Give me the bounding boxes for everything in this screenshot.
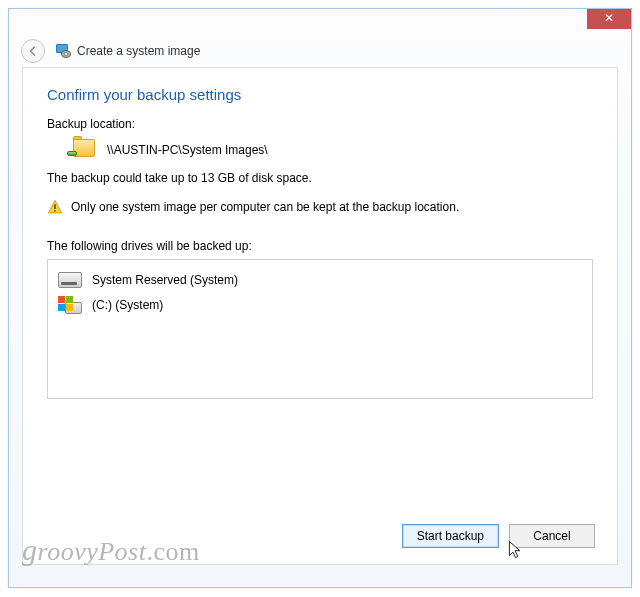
wizard-shield-icon (55, 43, 71, 59)
start-backup-button[interactable]: Start backup (402, 524, 499, 548)
svg-rect-0 (54, 204, 55, 209)
button-row: Start backup Cancel (402, 524, 595, 548)
warning-text: Only one system image per computer can b… (71, 200, 459, 214)
disk-space-note: The backup could take up to 13 GB of dis… (47, 171, 593, 185)
hard-drive-icon (58, 272, 82, 288)
backup-location-label: Backup location: (47, 117, 593, 131)
backup-location-row: \\AUSTIN-PC\System Images\ (47, 137, 593, 171)
drives-list: System Reserved (System) (C:) (System) (47, 259, 593, 399)
backup-location-path: \\AUSTIN-PC\System Images\ (107, 143, 268, 157)
drive-label: System Reserved (System) (92, 273, 238, 287)
back-arrow-icon (27, 45, 39, 57)
back-button[interactable] (21, 39, 45, 63)
network-folder-icon (67, 139, 97, 161)
drive-row: (C:) (System) (58, 292, 582, 318)
window-title: Create a system image (77, 44, 200, 58)
svg-rect-1 (54, 210, 55, 211)
drive-row: System Reserved (System) (58, 268, 582, 292)
header-row: Create a system image (9, 35, 631, 71)
warning-icon (47, 199, 63, 215)
page-heading: Confirm your backup settings (47, 86, 593, 103)
drives-heading: The following drives will be backed up: (47, 239, 593, 253)
windows-drive-icon (58, 296, 82, 314)
close-button[interactable]: ✕ (587, 9, 631, 29)
content-panel: Confirm your backup settings Backup loca… (22, 67, 618, 565)
cancel-button[interactable]: Cancel (509, 524, 595, 548)
warning-row: Only one system image per computer can b… (47, 199, 593, 215)
titlebar: ✕ (9, 9, 631, 35)
dialog-window: ✕ Create a system image Confirm your bac… (8, 8, 632, 588)
drive-label: (C:) (System) (92, 298, 163, 312)
